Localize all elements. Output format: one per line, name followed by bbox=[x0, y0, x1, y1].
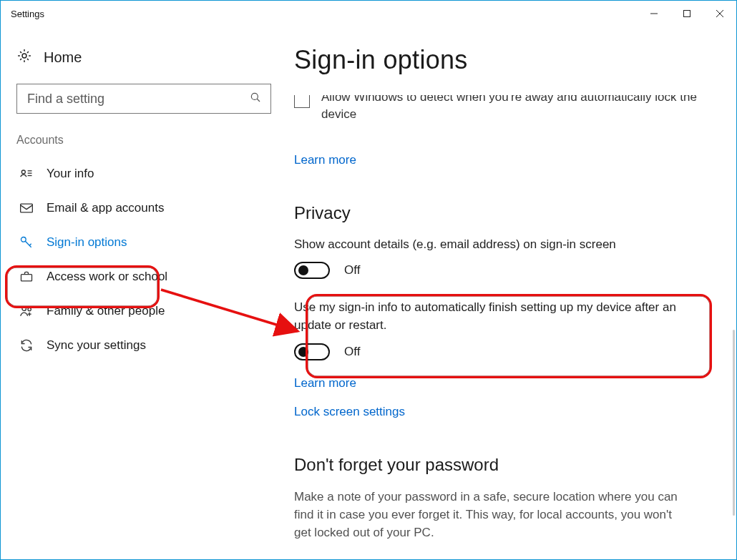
nav-label: Access work or school bbox=[47, 270, 167, 284]
sidebar-item-work[interactable]: Access work or school bbox=[16, 260, 271, 294]
search-icon bbox=[249, 91, 262, 107]
toggle-state: Off bbox=[344, 345, 360, 359]
link-lock-screen[interactable]: Lock screen settings bbox=[294, 405, 729, 419]
privacy-item2-text: Use my sign-in info to automatically fin… bbox=[294, 299, 680, 334]
sidebar-category: Accounts bbox=[16, 134, 271, 147]
sidebar: Home Accounts Your info Email & app acco… bbox=[1, 26, 287, 559]
page-title: Sign-in options bbox=[287, 26, 736, 79]
mail-icon bbox=[18, 200, 35, 217]
privacy-item1-text: Show account details (e.g. email address… bbox=[294, 236, 680, 254]
maximize-button[interactable] bbox=[670, 1, 703, 26]
home-label: Home bbox=[44, 49, 82, 66]
key-icon bbox=[18, 234, 35, 251]
svg-point-5 bbox=[251, 93, 258, 99]
briefcase-icon bbox=[18, 268, 35, 285]
search-input[interactable] bbox=[16, 84, 271, 114]
svg-line-6 bbox=[257, 99, 260, 102]
people-icon bbox=[18, 303, 35, 320]
nav-label: Family & other people bbox=[47, 304, 165, 318]
sidebar-item-email[interactable]: Email & app accounts bbox=[16, 191, 271, 225]
svg-point-7 bbox=[21, 170, 25, 174]
password-text: Make a note of your password in a safe, … bbox=[294, 488, 680, 541]
user-card-icon bbox=[18, 165, 35, 182]
nav-label: Sync your settings bbox=[47, 338, 146, 353]
toggle-show-account[interactable] bbox=[294, 262, 330, 279]
svg-line-14 bbox=[29, 244, 31, 246]
link-learn-more-1[interactable]: Learn more bbox=[294, 153, 356, 167]
svg-point-16 bbox=[22, 307, 26, 311]
sidebar-item-signin[interactable]: Sign-in options bbox=[16, 225, 271, 260]
sidebar-item-your-info[interactable]: Your info bbox=[16, 157, 271, 191]
main-content: Sign-in options Allow Windows to detect … bbox=[287, 26, 736, 559]
minimize-button[interactable] bbox=[638, 1, 670, 26]
toggle-state: Off bbox=[344, 263, 360, 277]
svg-point-17 bbox=[28, 308, 31, 310]
away-text: Allow Windows to detect when you're away… bbox=[321, 95, 729, 123]
title-bar: Settings bbox=[1, 1, 736, 26]
close-button[interactable] bbox=[703, 1, 736, 26]
search-field[interactable] bbox=[26, 91, 249, 107]
nav-label: Your info bbox=[47, 167, 94, 181]
svg-point-4 bbox=[22, 54, 26, 58]
svg-point-12 bbox=[21, 237, 26, 242]
sync-icon bbox=[18, 337, 35, 354]
gear-icon bbox=[16, 48, 32, 67]
window-title: Settings bbox=[1, 9, 44, 19]
svg-rect-1 bbox=[684, 11, 690, 17]
nav-label: Email & app accounts bbox=[47, 201, 164, 215]
svg-rect-11 bbox=[21, 204, 33, 212]
svg-rect-15 bbox=[21, 275, 32, 281]
sidebar-item-family[interactable]: Family & other people bbox=[16, 294, 271, 328]
scrollbar[interactable] bbox=[733, 330, 735, 516]
home-button[interactable]: Home bbox=[16, 44, 271, 84]
toggle-auto-finish[interactable] bbox=[294, 343, 330, 360]
link-learn-more-2[interactable]: Learn more bbox=[294, 376, 729, 390]
password-heading: Don't forget your password bbox=[294, 455, 729, 475]
privacy-heading: Privacy bbox=[294, 203, 729, 223]
nav-label: Sign-in options bbox=[47, 235, 127, 250]
sidebar-item-sync[interactable]: Sync your settings bbox=[16, 328, 271, 363]
away-checkbox[interactable] bbox=[294, 95, 310, 108]
